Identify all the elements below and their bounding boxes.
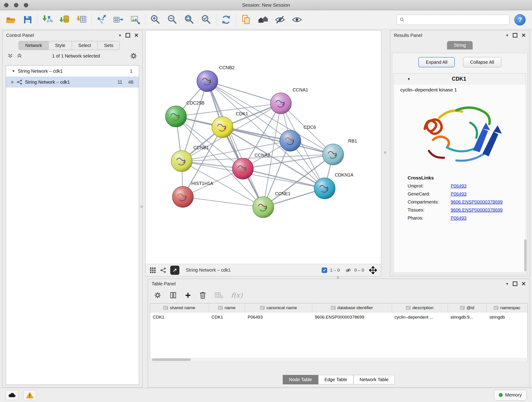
delete-column-trash-icon[interactable]: [199, 291, 206, 299]
column-header-database-identifier[interactable]: database identifier: [312, 303, 392, 313]
export-network-button[interactable]: [94, 12, 109, 27]
column-header-name[interactable]: name: [209, 303, 245, 313]
results-panel-menu-icon[interactable]: ▾: [506, 33, 508, 37]
pharos-link[interactable]: P06493: [451, 216, 467, 221]
column-header-namespace[interactable]: namespac: [487, 303, 527, 313]
network-node-hist1h1a[interactable]: [172, 186, 193, 207]
vertical-splitter-handle-left[interactable]: [140, 206, 143, 208]
zoom-selected-button[interactable]: [199, 12, 213, 27]
collapse-all-button[interactable]: Collapse All: [463, 57, 501, 67]
table-panel-menu-icon[interactable]: ▾: [506, 282, 508, 286]
network-graph[interactable]: CCNB2CCNA1CDC25BCDK1CDC6RB1CCNB1CCNA2CDK…: [146, 31, 381, 264]
network-canvas[interactable]: CCNB2CCNA1CDC25BCDK1CDC6RB1CCNB1CCNA2CDK…: [146, 31, 381, 264]
open-session-button[interactable]: [4, 12, 18, 27]
collapse-all-icon[interactable]: [7, 53, 13, 59]
expand-all-icon[interactable]: [17, 53, 22, 59]
show-columns-icon[interactable]: [170, 292, 177, 299]
tab-string[interactable]: String: [447, 41, 473, 50]
share-view-icon[interactable]: [160, 267, 166, 273]
column-header-canonical-name[interactable]: canonical name: [245, 303, 312, 313]
genecard-link[interactable]: P06493: [451, 191, 467, 197]
minimize-window-button[interactable]: [14, 3, 18, 7]
export-image-button[interactable]: [128, 12, 143, 27]
network-edge[interactable]: [207, 81, 263, 207]
results-panel-close-icon[interactable]: ✕: [521, 33, 526, 38]
column-header-shared-name[interactable]: shared name: [150, 303, 209, 313]
control-panel-close-icon[interactable]: ✕: [134, 33, 139, 38]
column-header-description[interactable]: description: [392, 303, 448, 313]
copy-document-button[interactable]: [239, 12, 253, 27]
tab-network-table[interactable]: Network Table: [354, 375, 395, 384]
network-node-cdc25b[interactable]: [165, 106, 186, 127]
compartments-link[interactable]: 9606.ENSP00000378699: [451, 199, 503, 205]
warning-status-button[interactable]: [23, 390, 36, 400]
network-node-ccne1[interactable]: [253, 197, 274, 218]
network-row-selected[interactable]: String Network – cdk1 11 48: [6, 77, 139, 88]
table-settings-gear-icon[interactable]: [154, 292, 161, 299]
search-box[interactable]: [397, 15, 509, 25]
selected-checkbox-icon[interactable]: [322, 268, 327, 273]
horizontal-splitter-handle[interactable]: [337, 276, 339, 279]
network-node-ccna2[interactable]: [232, 158, 253, 179]
zoom-out-button[interactable]: [165, 12, 179, 27]
maximize-window-button[interactable]: [24, 3, 28, 7]
tab-edge-table[interactable]: Edge Table: [318, 375, 354, 384]
gene-section-header[interactable]: ▼ CDK1: [394, 74, 526, 84]
network-collection-row[interactable]: ▼ String Network – cdk1 1: [6, 65, 139, 77]
table-panel-close-icon[interactable]: ✕: [521, 281, 526, 287]
import-network-file-button[interactable]: [41, 12, 55, 27]
control-panel-menu-icon[interactable]: ▾: [119, 33, 121, 37]
results-scrollbar-thumb[interactable]: [524, 239, 527, 271]
tab-network[interactable]: Network: [19, 41, 48, 50]
network-node-ccna1[interactable]: [270, 93, 291, 114]
hidden-eye-slash-icon[interactable]: [345, 267, 352, 273]
table-panel-float-icon[interactable]: [513, 281, 517, 286]
network-node-ccnb2[interactable]: [197, 70, 218, 92]
protein-structure-image: [415, 96, 505, 172]
network-node-rb1[interactable]: [323, 144, 344, 165]
uniprot-link[interactable]: P06493: [451, 183, 467, 189]
memory-button[interactable]: Memory: [494, 390, 526, 400]
close-window-button[interactable]: [4, 3, 8, 7]
expand-all-button[interactable]: Expand All: [418, 57, 455, 67]
zoom-fit-content-button[interactable]: [182, 12, 196, 27]
cloud-status-button[interactable]: [6, 390, 18, 400]
open-in-new-window-button[interactable]: [170, 266, 179, 275]
results-panel-float-icon[interactable]: [513, 33, 517, 38]
tab-style[interactable]: Style: [48, 41, 71, 50]
import-network-database-button[interactable]: [57, 12, 72, 27]
network-edge[interactable]: [207, 81, 281, 103]
column-header-id[interactable]: @id: [448, 303, 487, 313]
table-scrollbar-thumb[interactable]: [152, 358, 191, 361]
show-all-button[interactable]: [290, 12, 304, 27]
add-column-icon[interactable]: +: [185, 291, 191, 299]
tab-node-table[interactable]: Node Table: [283, 375, 318, 384]
tissues-link[interactable]: 9606.ENSP00000378699: [451, 207, 503, 213]
table-row[interactable]: CDK1 CDK1 P06493 9606.ENSP00000378699 cy…: [150, 313, 527, 322]
crosslink-row: Tissues: 9606.ENSP00000378699: [408, 207, 526, 213]
network-edge[interactable]: [183, 197, 263, 207]
help-button[interactable]: ?: [514, 14, 526, 26]
hide-selected-button[interactable]: [273, 12, 287, 27]
network-node-cdc6[interactable]: [280, 130, 301, 151]
grid-view-icon[interactable]: [150, 267, 156, 274]
tab-select[interactable]: Select: [72, 41, 98, 50]
gear-icon[interactable]: [130, 52, 137, 60]
search-input[interactable]: [407, 17, 506, 22]
pan-move-icon[interactable]: [369, 266, 377, 274]
refresh-layout-button[interactable]: [219, 12, 233, 27]
zoom-in-button[interactable]: [148, 12, 162, 27]
network-node-cdk1[interactable]: [212, 117, 233, 138]
tab-sets[interactable]: Sets: [97, 41, 120, 50]
home-button[interactable]: [256, 12, 270, 27]
network-node-cdkn1a[interactable]: [314, 178, 335, 199]
export-table-button[interactable]: [111, 12, 126, 27]
control-panel-float-icon[interactable]: [126, 33, 130, 38]
tree-caret-icon[interactable]: ▼: [12, 69, 15, 73]
gene-caret-icon[interactable]: ▼: [407, 77, 411, 81]
import-table-file-button[interactable]: [75, 12, 89, 27]
network-node-ccnb1[interactable]: [171, 151, 192, 172]
save-session-button[interactable]: [21, 12, 35, 27]
vertical-splitter-handle-right[interactable]: [384, 151, 386, 153]
table-horizontal-scrollbar[interactable]: [150, 358, 528, 362]
